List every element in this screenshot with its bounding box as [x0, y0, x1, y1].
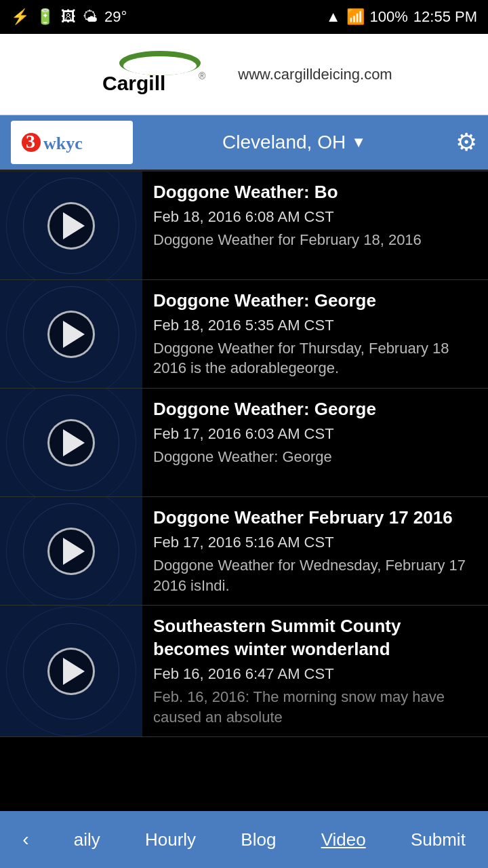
- signal-icon: 📶: [346, 8, 365, 26]
- video-item-3[interactable]: Doggone Weather February 17 2016 Feb 17,…: [0, 497, 488, 606]
- svg-text:®: ®: [199, 71, 206, 81]
- status-bar: ⚡ 🔋 🖼 🌤 29° ▲ 📶 100% 12:55 PM: [0, 0, 488, 34]
- location-text: Cleveland, OH: [222, 132, 346, 153]
- dropdown-arrow-icon: ▼: [351, 134, 366, 151]
- svg-text:3: 3: [26, 131, 35, 152]
- weather-icon: 🌤: [83, 8, 98, 26]
- back-button[interactable]: ‹: [9, 822, 42, 857]
- video-date-3: Feb 17, 2016 5:16 AM CST: [153, 534, 477, 551]
- app-header: 3 wkyc Cleveland, OH ▼ ⚙: [0, 115, 488, 170]
- video-item-1[interactable]: Doggone Weather: George Feb 18, 2016 5:3…: [0, 280, 488, 389]
- clock: 12:55 PM: [413, 8, 477, 26]
- ad-url: www.cargilldeicing.com: [238, 66, 392, 83]
- nav-item-daily[interactable]: aily: [60, 823, 114, 857]
- video-title-4: Southeastern Summit County becomes winte…: [153, 615, 477, 661]
- wifi-icon: ▲: [326, 8, 341, 26]
- video-desc-3: Doggone Weather for Wednesday, February …: [153, 555, 477, 595]
- play-triangle-icon: [63, 538, 85, 565]
- play-button-4[interactable]: [47, 648, 95, 695]
- usb-icon: ⚡: [11, 8, 29, 26]
- battery-percent: 100%: [370, 8, 408, 26]
- video-desc-2: Doggone Weather: George: [153, 447, 477, 467]
- nav-item-hourly[interactable]: Hourly: [131, 823, 209, 857]
- svg-text:Cargill: Cargill: [102, 72, 165, 94]
- nav-item-blog[interactable]: Blog: [227, 823, 289, 857]
- video-title-2: Doggone Weather: George: [153, 398, 477, 421]
- video-date-2: Feb 17, 2016 6:03 AM CST: [153, 425, 477, 443]
- video-date-4: Feb 16, 2016 6:47 AM CST: [153, 665, 477, 683]
- video-thumb-2[interactable]: [0, 389, 142, 496]
- play-triangle-icon: [63, 321, 85, 348]
- video-title-3: Doggone Weather February 17 2016: [153, 507, 477, 530]
- play-button-2[interactable]: [47, 419, 95, 467]
- video-info-4: Southeastern Summit County becomes winte…: [142, 606, 488, 736]
- settings-icon[interactable]: ⚙: [455, 128, 477, 157]
- play-button-0[interactable]: [47, 202, 95, 250]
- temperature: 29°: [104, 8, 127, 26]
- nav-item-video[interactable]: Video: [308, 823, 380, 857]
- video-info-1: Doggone Weather: George Feb 18, 2016 5:3…: [142, 280, 488, 388]
- cargill-logo: Cargill ®: [96, 51, 224, 98]
- play-button-1[interactable]: [47, 311, 95, 358]
- channel-logo: 3 wkyc: [11, 121, 133, 164]
- video-desc-0: Doggone Weather for February 18, 2016: [153, 230, 477, 250]
- image-icon: 🖼: [61, 8, 76, 26]
- video-title-1: Doggone Weather: George: [153, 290, 477, 313]
- video-thumb-1[interactable]: [0, 280, 142, 388]
- play-button-3[interactable]: [47, 528, 95, 575]
- video-info-0: Doggone Weather: Bo Feb 18, 2016 6:08 AM…: [142, 172, 488, 279]
- video-date-1: Feb 18, 2016 5:35 AM CST: [153, 317, 477, 334]
- video-thumb-3[interactable]: [0, 497, 142, 605]
- video-info-2: Doggone Weather: George Feb 17, 2016 6:0…: [142, 389, 488, 496]
- ad-banner[interactable]: Cargill ® www.cargilldeicing.com: [0, 34, 488, 115]
- video-item-2[interactable]: Doggone Weather: George Feb 17, 2016 6:0…: [0, 389, 488, 497]
- play-triangle-icon: [63, 429, 85, 456]
- video-info-3: Doggone Weather February 17 2016 Feb 17,…: [142, 497, 488, 605]
- video-thumb-4[interactable]: [0, 606, 142, 736]
- video-desc-1: Doggone Weather for Thursday, February 1…: [153, 338, 477, 378]
- location-area[interactable]: Cleveland, OH ▼: [222, 132, 366, 153]
- video-thumb-0[interactable]: [0, 172, 142, 279]
- play-triangle-icon: [63, 658, 85, 685]
- video-item-0[interactable]: Doggone Weather: Bo Feb 18, 2016 6:08 AM…: [0, 172, 488, 280]
- status-right: ▲ 📶 100% 12:55 PM: [326, 8, 477, 26]
- video-desc-4: Feb. 16, 2016: The morning snow may have…: [153, 687, 477, 727]
- video-date-0: Feb 18, 2016 6:08 AM CST: [153, 208, 477, 226]
- nav-item-submit[interactable]: Submit: [397, 823, 479, 857]
- status-icons: ⚡ 🔋 🖼 🌤 29°: [11, 8, 127, 26]
- video-list: Doggone Weather: Bo Feb 18, 2016 6:08 AM…: [0, 172, 488, 737]
- video-title-0: Doggone Weather: Bo: [153, 181, 477, 204]
- play-triangle-icon: [63, 212, 85, 239]
- video-item-4[interactable]: Southeastern Summit County becomes winte…: [0, 606, 488, 737]
- battery-icon: 🔋: [36, 8, 54, 26]
- bottom-nav: ‹ aily Hourly Blog Video Submit: [0, 811, 488, 868]
- svg-text:wkyc: wkyc: [43, 134, 83, 153]
